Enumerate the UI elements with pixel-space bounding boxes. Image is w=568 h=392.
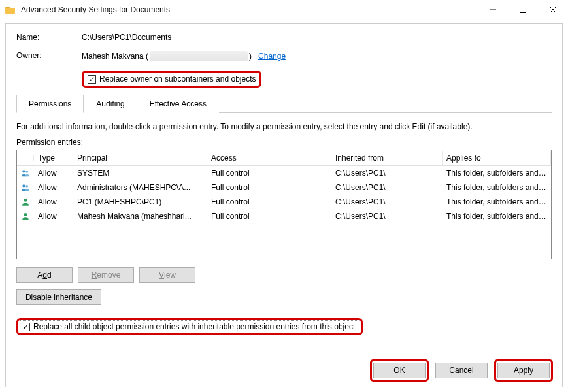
window-controls <box>478 0 568 20</box>
table-row[interactable]: AllowSYSTEMFull controlC:\Users\PC1\This… <box>17 166 551 180</box>
replace-owner-wrap: Replace owner on subcontainers and objec… <box>82 71 552 88</box>
maximize-button[interactable] <box>508 0 538 20</box>
svg-point-6 <box>22 184 25 187</box>
col-applies[interactable]: Applies to <box>443 151 551 165</box>
cell-inherited: C:\Users\PC1\ <box>331 210 443 222</box>
cell-principal: Mahesh Makvana (maheshhari... <box>73 210 207 222</box>
apply-button[interactable]: Apply <box>497 363 550 378</box>
entries-label: Permission entries: <box>16 138 552 147</box>
permissions-table: Type Principal Access Inherited from App… <box>16 150 552 259</box>
table-row[interactable]: AllowAdministrators (MAHESHPC\A...Full c… <box>17 180 551 195</box>
cell-principal: SYSTEM <box>73 167 207 179</box>
replace-child-inner: Replace all child object permission entr… <box>20 320 358 333</box>
close-button[interactable] <box>538 0 568 20</box>
tab-auditing[interactable]: Auditing <box>84 95 137 113</box>
cell-inherited: C:\Users\PC1\ <box>331 182 443 193</box>
cell-access: Full control <box>207 196 331 208</box>
apply-highlight: Apply <box>494 359 553 382</box>
cell-access: Full control <box>207 210 331 222</box>
col-inherited[interactable]: Inherited from <box>331 151 443 165</box>
cell-type: Allow <box>34 196 73 208</box>
dialog-content: Name: C:\Users\PC1\Documents Owner: Mahe… <box>5 23 563 387</box>
table-header: Type Principal Access Inherited from App… <box>17 150 551 166</box>
replace-child-label: Replace all child object permission entr… <box>33 322 355 331</box>
svg-point-9 <box>24 213 27 216</box>
replace-child-checkbox[interactable] <box>22 323 30 331</box>
svg-point-7 <box>25 185 28 188</box>
replace-child-highlight: Replace all child object permission entr… <box>16 318 363 335</box>
col-type[interactable]: Type <box>34 151 73 165</box>
cell-access: Full control <box>207 167 331 179</box>
ok-button[interactable]: OK <box>373 363 426 378</box>
folder-icon <box>5 5 16 15</box>
cell-type: Allow <box>34 210 73 222</box>
svg-rect-1 <box>520 7 526 13</box>
owner-row: Owner: Mahesh Makvana ( ) Change <box>16 51 552 61</box>
add-button[interactable]: Add <box>16 267 73 283</box>
svg-point-8 <box>24 199 27 202</box>
tab-permissions[interactable]: Permissions <box>16 95 84 113</box>
table-row[interactable]: AllowPC1 (MAHESHPC\PC1)Full controlC:\Us… <box>17 195 551 209</box>
remove-button[interactable]: Remove <box>78 267 134 283</box>
action-buttons: Add Remove View <box>16 267 552 283</box>
svg-point-4 <box>22 170 25 172</box>
cell-applies: This folder, subfolders and files <box>443 196 551 208</box>
col-icon[interactable] <box>17 155 34 161</box>
cell-inherited: C:\Users\PC1\ <box>331 196 443 208</box>
cell-type: Allow <box>34 167 73 179</box>
owner-name: Mahesh Makvana ( <box>82 52 148 61</box>
principal-icon <box>17 210 34 223</box>
footer-buttons: OK Cancel Apply <box>370 359 553 382</box>
tab-effective-access[interactable]: Effective Access <box>137 95 219 113</box>
replace-owner-checkbox[interactable] <box>88 75 96 84</box>
cancel-button[interactable]: Cancel <box>435 363 488 378</box>
window-title: Advanced Security Settings for Documents <box>21 5 478 14</box>
replace-owner-label: Replace owner on subcontainers and objec… <box>99 74 256 84</box>
svg-point-5 <box>25 171 28 173</box>
ok-highlight: OK <box>370 359 429 382</box>
cell-principal: Administrators (MAHESHPC\A... <box>73 182 207 193</box>
cell-applies: This folder, subfolders and files <box>443 210 551 222</box>
minimize-button[interactable] <box>478 0 508 20</box>
owner-redacted <box>150 51 248 61</box>
cell-access: Full control <box>207 182 331 193</box>
replace-child-wrap: Replace all child object permission entr… <box>16 316 552 335</box>
cell-inherited: C:\Users\PC1\ <box>331 167 443 179</box>
name-row: Name: C:\Users\PC1\Documents <box>16 33 552 42</box>
inheritance-row: Disable inheritance <box>16 289 552 305</box>
principal-icon <box>17 181 34 194</box>
cell-applies: This folder, subfolders and files <box>443 167 551 179</box>
principal-icon <box>17 195 34 208</box>
name-label: Name: <box>16 33 82 42</box>
col-principal[interactable]: Principal <box>73 151 207 165</box>
description-text: For additional information, double-click… <box>16 122 552 131</box>
cell-principal: PC1 (MAHESHPC\PC1) <box>73 196 207 208</box>
cell-type: Allow <box>34 182 73 193</box>
titlebar: Advanced Security Settings for Documents <box>0 0 568 20</box>
name-value: C:\Users\PC1\Documents <box>82 33 552 42</box>
col-access[interactable]: Access <box>207 151 331 165</box>
replace-owner-highlight: Replace owner on subcontainers and objec… <box>82 71 261 88</box>
disable-inheritance-button[interactable]: Disable inheritance <box>16 289 101 305</box>
owner-value: Mahesh Makvana ( ) Change <box>82 51 552 61</box>
change-owner-link[interactable]: Change <box>258 52 286 61</box>
principal-icon <box>17 167 34 180</box>
view-button[interactable]: View <box>139 267 195 283</box>
cell-applies: This folder, subfolders and files <box>443 182 551 193</box>
owner-close: ) <box>249 52 252 61</box>
table-row[interactable]: AllowMahesh Makvana (maheshhari...Full c… <box>17 209 551 223</box>
tabs: Permissions Auditing Effective Access <box>16 94 552 113</box>
owner-label: Owner: <box>16 51 82 61</box>
